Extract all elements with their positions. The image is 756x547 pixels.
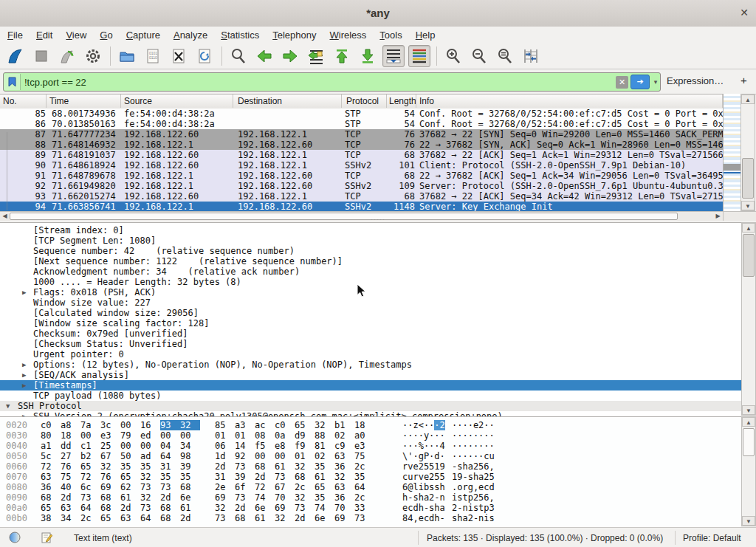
scrollbar-thumb[interactable] <box>10 213 678 220</box>
resize-columns-icon[interactable] <box>520 45 542 67</box>
ascii-text[interactable]: 2-nistp3 <box>452 503 495 513</box>
menu-item-wireless[interactable]: Wireless <box>330 30 367 41</box>
hex-byte[interactable]: ed <box>140 430 160 441</box>
hex-byte[interactable]: 32 <box>334 472 354 482</box>
ascii-text[interactable]: 19-sha25 <box>452 472 495 482</box>
hex-byte[interactable]: 65 <box>295 420 315 430</box>
filter-clear-icon[interactable]: ✕ <box>616 76 628 89</box>
hex-byte[interactable]: 68 <box>180 482 200 492</box>
scroll-down-icon[interactable]: ▼ <box>742 405 755 415</box>
hex-byte[interactable]: 70 <box>334 503 354 513</box>
packet-list-hscrollbar[interactable]: ◀ ▶ <box>0 211 723 221</box>
hex-byte[interactable]: 69 <box>334 513 354 523</box>
scroll-right-icon[interactable]: ▶ <box>713 212 723 221</box>
hex-byte[interactable]: a8 <box>61 420 80 430</box>
hex-byte[interactable]: e3 <box>354 441 374 451</box>
hex-byte[interactable]: 79 <box>120 430 140 441</box>
hex-byte[interactable]: dd <box>61 441 80 451</box>
hex-byte[interactable]: 73 <box>235 492 255 503</box>
ascii-text[interactable]: rve25519 <box>402 461 445 472</box>
hex-byte[interactable]: 88 <box>315 430 334 441</box>
hex-byte[interactable]: 68 <box>41 492 61 503</box>
hex-byte[interactable]: 50 <box>120 451 140 461</box>
packet-row-90[interactable]: 9071.648618924192.168.122.60192.168.122.… <box>0 160 723 171</box>
scroll-left-icon[interactable]: ◀ <box>0 212 10 221</box>
hex-byte[interactable]: 67 <box>275 482 295 492</box>
hex-byte[interactable]: a3 <box>235 420 255 430</box>
hex-byte[interactable]: 2c <box>354 492 374 503</box>
menu-item-go[interactable]: Go <box>100 30 112 41</box>
pane-splitter-handle[interactable]: ····· <box>367 219 389 221</box>
hex-byte[interactable]: 61 <box>315 472 334 482</box>
hex-byte[interactable]: 00 <box>120 420 140 430</box>
expander-closed-icon[interactable]: ▶ <box>22 370 26 380</box>
hex-byte[interactable]: f5 <box>255 441 275 451</box>
filter-apply-icon[interactable]: ➔ <box>630 75 650 89</box>
menu-item-statistics[interactable]: Statistics <box>221 30 259 41</box>
hex-byte[interactable]: 36 <box>334 461 354 472</box>
detail-line[interactable]: 1000 .... = Header Length: 32 bytes (8) <box>0 277 741 287</box>
expander-open-icon[interactable]: ▼ <box>6 401 10 411</box>
hex-byte[interactable]: 2d <box>215 461 235 472</box>
hex-byte[interactable]: 35 <box>160 472 180 482</box>
hex-byte[interactable]: 73 <box>215 513 235 523</box>
close-icon[interactable]: ✕ <box>740 7 749 18</box>
packet-list-vscrollbar[interactable]: ▲ ▼ <box>740 94 755 211</box>
ascii-text[interactable]: ecdh-sha <box>402 503 445 513</box>
hex-byte[interactable]: 63 <box>41 472 61 482</box>
ascii-text[interactable]: ····e2·· <box>452 420 495 430</box>
detail-line[interactable]: ▶[SEQ/ACK analysis] <box>0 370 741 380</box>
ascii-text[interactable]: ···%···4 <box>402 441 445 451</box>
hex-byte[interactable]: 33 <box>354 503 374 513</box>
hex-byte[interactable]: 35 <box>140 461 160 472</box>
hex-row-0020[interactable]: 0020c0a87a3c0016933285a3acc06532b118··z<… <box>0 420 741 430</box>
hex-byte[interactable]: 65 <box>41 503 61 513</box>
hex-byte[interactable]: 69 <box>275 503 295 513</box>
hex-byte[interactable]: 68 <box>295 472 315 482</box>
hex-byte[interactable]: 16 <box>140 420 160 430</box>
hex-byte[interactable]: 32 <box>140 492 160 503</box>
hex-byte[interactable]: 73 <box>235 461 255 472</box>
hex-row-00b0[interactable]: 00b038342c656364682d736861322d6e697384,e… <box>0 513 741 523</box>
hex-byte[interactable]: 2d <box>180 513 200 523</box>
ascii-text[interactable]: ········ <box>452 430 495 441</box>
hex-row-0040[interactable]: 0040a1ddc125000004340614f5e8f981c9e3···%… <box>0 441 741 451</box>
ascii-text[interactable]: sha2-nis <box>452 513 495 523</box>
packet-row-91[interactable]: 9171.648789678192.168.122.1192.168.122.6… <box>0 171 723 181</box>
ascii-text[interactable]: \'·gP·d· <box>402 451 445 461</box>
hex-byte[interactable]: 70 <box>275 492 295 503</box>
hex-byte[interactable]: 18 <box>61 430 80 441</box>
ascii-text[interactable]: ··z<···2 <box>402 420 445 430</box>
detail-line[interactable]: Window size value: 227 <box>0 297 741 308</box>
column-header-protocol[interactable]: Protocol <box>342 94 387 108</box>
hex-byte[interactable]: 2c <box>80 513 100 523</box>
menu-item-tools[interactable]: Tools <box>379 30 402 41</box>
detail-line[interactable]: [Window size scaling factor: 128] <box>0 318 741 328</box>
expander-closed-icon[interactable]: ▶ <box>22 380 26 391</box>
title-bar[interactable]: *any ✕ <box>0 0 756 27</box>
hex-byte[interactable]: 68 <box>160 513 180 523</box>
detail-line[interactable]: [Calculated window size: 29056] <box>0 308 741 318</box>
menu-item-view[interactable]: View <box>66 30 86 41</box>
hex-byte[interactable]: c9 <box>334 441 354 451</box>
column-header-source[interactable]: Source <box>121 94 233 108</box>
hex-byte[interactable]: 61 <box>120 492 140 503</box>
column-header-length[interactable]: Length <box>387 94 416 108</box>
hex-row-0090[interactable]: 0090682d736861322d6e697374703235362ch-sh… <box>0 492 741 503</box>
detail-line[interactable]: Checksum: 0x79ed [unverified] <box>0 328 741 339</box>
column-header-info[interactable]: Info <box>416 94 723 108</box>
hex-byte[interactable]: 01 <box>215 430 235 441</box>
restart-capture-icon[interactable] <box>56 45 78 67</box>
hex-byte[interactable]: 72 <box>41 461 61 472</box>
hex-byte[interactable]: 27 <box>61 451 80 461</box>
scroll-down-icon[interactable]: ▼ <box>741 201 755 210</box>
hex-byte[interactable]: 00 <box>180 430 200 441</box>
hex-byte[interactable]: 65 <box>100 513 120 523</box>
hex-byte[interactable]: 25 <box>100 441 120 451</box>
stop-capture-icon[interactable] <box>30 45 52 67</box>
hex-byte[interactable]: 68 <box>160 503 180 513</box>
hex-byte[interactable]: 63 <box>120 513 140 523</box>
bytes-vscrollbar[interactable]: ▲ ▼ <box>741 416 756 526</box>
hex-byte[interactable]: 74 <box>315 503 334 513</box>
ascii-text[interactable]: ······cu <box>452 451 495 461</box>
